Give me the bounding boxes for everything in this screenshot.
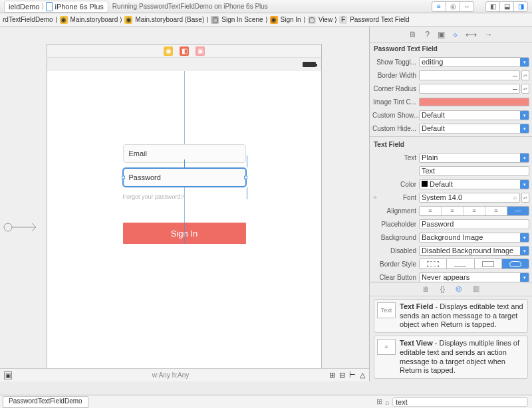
crumb-storyboard-base[interactable]: Main.storyboard (Base) [135,16,204,23]
library-item-text-field[interactable]: Text Text Field - Displays editable text… [374,299,528,333]
battery-icon [303,62,316,67]
alignment-label: Alignment [372,207,419,215]
stack-button[interactable]: ⊞ [329,371,335,379]
border-width-label: Border Width [372,72,419,79]
viewcontroller-icon: ◉ [270,16,278,24]
scene-header[interactable]: ◉ ◧ ▣ [47,45,321,58]
jump-bar[interactable]: rdTextFieldDemo⟩ ◉Main.storyboard⟩ ◉Main… [0,13,532,27]
storyboard-base-icon: ◉ [124,16,132,24]
image-tint-well[interactable] [419,98,529,106]
file-inspector-icon[interactable]: 🗎 [409,30,417,39]
font-stepper[interactable]: ▴▾ [521,193,529,203]
custom-hide-combo[interactable]: Default▾ [419,124,529,134]
device-icon [46,2,53,11]
canvas-footer: ▣ w:Any h:Any ⊞ ⊟ ⊢ △ [0,368,369,381]
text-field-icon: Text [377,302,396,318]
left-panel-button[interactable]: ◧ [485,1,500,12]
scheme-selector[interactable]: ieldDemo⟩ iPhone 6s Plus [4,1,108,13]
align-button[interactable]: ⊟ [339,371,345,379]
disabled-bg-label: Disabled [372,247,419,255]
crumb-scene[interactable]: Sign In Scene [221,16,263,23]
connections-inspector-icon[interactable]: → [485,30,493,39]
corner-radius-stepper[interactable]: ▴▾ [521,84,529,94]
identity-inspector-icon[interactable]: ▣ [438,30,445,39]
grid-view-icon[interactable]: ⊞ [376,397,382,406]
password-placeholder: Password [129,173,161,181]
crumb-project[interactable]: rdTextFieldDemo [3,16,53,23]
attributes-inspector-icon[interactable]: ⟐ [453,30,458,39]
placeholder-field[interactable]: Password [419,219,529,229]
text-field-title: Text Field [400,302,434,310]
code-snippets-icon[interactable]: {} [440,285,445,293]
add-trait-button[interactable]: + [372,193,378,201]
svg-point-0 [4,223,12,231]
first-responder-icon[interactable]: ◧ [180,47,189,56]
help-inspector-icon[interactable]: ? [425,30,430,39]
font-field[interactable]: System 14.0⟐ [419,193,520,203]
disabled-bg-combo[interactable]: Disabled Background Image▾ [419,246,529,256]
inspector-body: Password Text Field Show Toggl...editing… [370,43,532,282]
standard-editor-button[interactable]: ≡ [432,1,446,12]
crumb-storyboard[interactable]: Main.storyboard [70,16,118,23]
background-label: Background [372,234,419,241]
object-library-icon[interactable]: ◎ [456,284,462,293]
zoom-button[interactable]: ▣ [4,371,12,379]
corner-radius-field[interactable]: -- [419,84,520,94]
segue-arrow[interactable] [3,219,40,237]
alignment-segmented[interactable]: ≡≡≡≡--- [419,206,529,216]
clear-button-label: Clear Button [372,274,419,281]
border-width-stepper[interactable]: ▴▾ [521,70,529,80]
custom-show-combo[interactable]: Default▾ [419,110,529,120]
resize-handle-left[interactable] [122,176,125,179]
clear-button-combo[interactable]: Never appears▾ [419,272,529,282]
canvas-pane: ◉ ◧ ▣ Email Password Forgot your passwo [0,27,370,381]
show-toggle-combo[interactable]: editing▾ [419,57,529,67]
exit-icon[interactable]: ▣ [196,47,205,56]
library-item-text-view[interactable]: ≡ Text View - Displays multiple lines of… [374,336,528,379]
text-view-title: Text View [400,339,433,347]
pin-button[interactable]: ⊢ [349,371,356,379]
right-panel-button[interactable]: ◨ [513,1,528,12]
email-placeholder: Email [129,150,148,157]
custom-hide-label: Custom Hide... [372,125,419,132]
border-width-field[interactable]: -- [419,70,520,80]
toolbar: ieldDemo⟩ iPhone 6s Plus Running Passwor… [0,0,532,13]
crumb-view[interactable]: View [319,16,333,23]
assistant-editor-button[interactable]: ◎ [446,1,460,12]
vc-icon[interactable]: ◉ [164,47,173,56]
scene-sign-in[interactable]: ◉ ◧ ▣ Email Password Forgot your passwo [47,44,322,376]
color-combo[interactable]: Default▾ [419,179,529,189]
version-editor-button[interactable]: ↔ [460,1,474,12]
show-toggle-label: Show Toggl... [372,58,419,66]
crumb-vc[interactable]: Sign In [281,16,301,23]
section-password-text-field: Password Text Field [370,43,532,55]
view-icon: ▢ [308,16,316,24]
inspector-tabs: 🗎 ? ▣ ⟐ ⟷ → [370,27,532,43]
corner-radius-label: Corner Radius [372,85,419,92]
file-templates-icon[interactable]: 🗎 [422,285,430,293]
object-library: Text Text Field - Displays editable text… [370,296,532,381]
text-type-combo[interactable]: Plain▾ [419,153,529,163]
border-style-label: Border Style [372,260,419,268]
resize-handle-right[interactable] [244,176,247,179]
editor-mode-buttons: ≡ ◎ ↔ [432,1,474,12]
bottom-bar: PasswordTextFieldDemo ⊞ ⌕ text [0,395,532,408]
media-library-icon[interactable]: ▥ [473,284,479,293]
size-inspector-icon[interactable]: ⟷ [466,30,477,39]
text-value-field[interactable]: Text [419,166,529,176]
status-text: Running PasswordTextFieldDemo on iPhone … [112,3,428,10]
border-style-segmented[interactable] [419,258,529,269]
crumb-field[interactable]: Password Text Field [350,16,409,23]
device-status-bar [47,58,321,71]
size-class-label[interactable]: w:Any h:Any [152,371,190,379]
caret-icon [184,159,185,169]
debug-tab[interactable]: PasswordTextFieldDemo [3,396,88,408]
background-combo[interactable]: Background Image▾ [419,233,529,243]
library-search-input[interactable]: text [392,397,528,407]
constraint-indicator-top [247,155,247,167]
resolve-button[interactable]: △ [360,371,365,379]
bottom-panel-button[interactable]: ⬓ [499,1,514,12]
inspector-panel: 🗎 ? ▣ ⟐ ⟷ → Password Text Field Show Tog… [370,27,532,381]
password-field[interactable]: Password [123,168,246,187]
font-label: Font [378,194,419,201]
